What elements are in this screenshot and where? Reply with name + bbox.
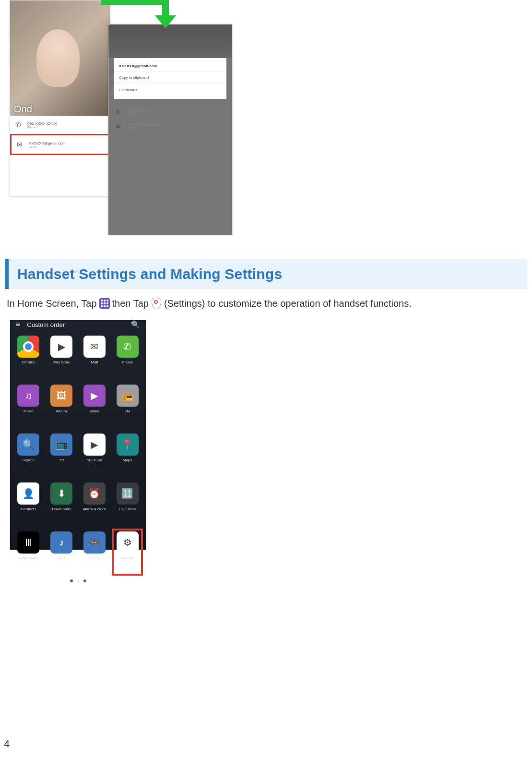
- app-label: Contacts: [21, 507, 36, 512]
- app-downloads: ⬇Downloads: [46, 480, 77, 527]
- page-dot: [70, 579, 73, 582]
- app-label: ゲーム: [89, 556, 100, 561]
- app-icon: ✆: [117, 336, 139, 358]
- page-dot: [83, 579, 86, 582]
- hamburger-icon: ≡: [16, 320, 20, 329]
- app-tv: 📺TV: [46, 431, 77, 478]
- app-icon: [17, 336, 39, 358]
- app-calculator: 🔢Calculator: [112, 480, 143, 527]
- phone-icon: ✆: [14, 120, 23, 129]
- page-number: 4: [4, 738, 10, 750]
- app-icon: 📍: [117, 434, 139, 456]
- app-icon: 👤: [17, 482, 39, 505]
- app-play-store: ▶Play Store: [46, 333, 77, 380]
- contact-name-overlay: Ond: [14, 104, 32, 115]
- contact-row-phone: ✆ 090-XXXX-XXXX Phone: [10, 116, 110, 134]
- app-icon: 🖼: [50, 385, 72, 407]
- app-icon: ▶: [50, 336, 72, 358]
- contact-row-secondary: Home: [29, 145, 66, 148]
- contact-row-primary: 090-XXXX-XXXX: [27, 121, 57, 126]
- phone-icon: ✆: [116, 109, 124, 115]
- app-icon: ⬇: [50, 482, 72, 505]
- app-label: Settings: [120, 556, 134, 561]
- page-indicator: [10, 579, 146, 582]
- contact-row-email: ✉ XXXXXX@gmail.com Home: [114, 119, 226, 133]
- context-menu-popup: XXXXXX@gmail.com Copy to clipboard Set d…: [114, 58, 226, 99]
- app-icon: ♪: [50, 531, 72, 554]
- app-icon: ▶: [83, 434, 106, 456]
- drawer-title: Custom order: [27, 321, 124, 328]
- app-video: ▶Video: [79, 382, 110, 429]
- app-icon: ▶: [83, 385, 106, 407]
- app-drawer-screenshot: ≡ Custom order 🔍 Chrome▶Play Store✉Mail✆…: [10, 320, 146, 550]
- contact-photo: [10, 0, 110, 116]
- section-heading-text: Handset Settings and Making Settings: [17, 266, 519, 282]
- app-music: ♫Music: [13, 382, 44, 429]
- app-settings: ⚙Settings: [112, 529, 143, 576]
- apps-drawer-icon: [99, 298, 110, 309]
- search-icon: 🔍: [131, 320, 140, 329]
- app-mail: ✉Mail: [79, 333, 110, 380]
- phone-screenshot-left: Ond ✆ 090-XXXX-XXXX Phone ✉ XXXXXX@gmail…: [10, 0, 110, 197]
- mail-icon: ✉: [15, 140, 24, 149]
- app-label: Search: [23, 458, 35, 463]
- app-alarm-clock: ⏰Alarm & clock: [79, 480, 110, 527]
- app-search: 🔍Search: [13, 431, 44, 478]
- app-label: Downloads: [52, 507, 71, 512]
- app-label: What's New: [18, 556, 38, 561]
- app-album: 🖼Album: [46, 382, 77, 429]
- popup-item-set-default: Set default: [114, 84, 226, 96]
- contact-row-phone: ✆ 090-XXXX-XXXX Phone: [114, 105, 226, 119]
- app-label: FM: [125, 410, 130, 414]
- app-label: YouTube: [87, 458, 102, 463]
- para-text-2: then Tap: [112, 298, 149, 309]
- app-youtube: ▶YouTube: [79, 431, 110, 478]
- para-text-1: In Home Screen, Tap: [7, 298, 97, 309]
- app-label: Play Store: [53, 361, 71, 365]
- settings-pin-icon: [151, 298, 162, 309]
- popup-item-copy: Copy to clipboard: [114, 71, 226, 84]
- contact-row-secondary: Phone: [27, 126, 57, 129]
- app-icon: ✉: [83, 336, 106, 358]
- app-label: Album: [56, 410, 67, 414]
- app-what-s-new: ⅢWhat's New: [13, 529, 44, 576]
- app-label: Chrome: [22, 361, 35, 365]
- app-label: Calculator: [119, 507, 136, 512]
- instruction-paragraph: In Home Screen, Tap then Tap (Settings) …: [7, 298, 525, 309]
- app-icon: 🎮: [83, 531, 106, 554]
- app-label: Alarm & clock: [83, 507, 106, 512]
- app-label: Maps: [123, 458, 132, 463]
- contact-row-email-highlighted: ✉ XXXXXX@gmail.com Home: [10, 134, 110, 155]
- contact-row-text: 090-XXXX-XXXX: [129, 108, 154, 112]
- contact-context-menu-figure: Ond ✆ 090-XXXX-XXXX Phone ✉ XXXXXX@gmail…: [10, 0, 240, 240]
- drawer-top-bar: ≡ Custom order 🔍: [10, 320, 146, 329]
- page-dot-active: [77, 579, 80, 582]
- app-icon: ⏰: [83, 482, 106, 505]
- popup-title: XXXXXX@gmail.com: [114, 61, 226, 71]
- app-icon: 🔍: [17, 434, 39, 456]
- app-icon: Ⅲ: [17, 531, 39, 554]
- app-fm: 📻FM: [112, 382, 143, 429]
- contact-row-primary: XXXXXX@gmail.com: [29, 141, 66, 145]
- app-icon: 🔢: [117, 482, 139, 505]
- app-app: ♪App: [46, 529, 77, 576]
- app-label: Video: [90, 410, 99, 414]
- app-label: Phone: [122, 361, 133, 365]
- phone-screenshot-right: XXXXXX@gmail.com Copy to clipboard Set d…: [108, 24, 233, 235]
- para-text-3: (Settings) to customize the operation of…: [164, 298, 412, 309]
- app-icon: 📺: [50, 434, 72, 456]
- app-label: TV: [59, 458, 64, 463]
- app-contacts: 👤Contacts: [13, 480, 44, 527]
- app-maps: 📍Maps: [112, 431, 143, 478]
- dimmed-contact-photo: [108, 24, 232, 58]
- app-label: Mail: [91, 361, 98, 365]
- app-label: App: [58, 556, 65, 561]
- contact-row-text: XXXXXX@gmail.com: [129, 123, 161, 126]
- section-heading: Handset Settings and Making Settings: [5, 259, 527, 289]
- app-icon: ⚙: [117, 531, 139, 554]
- app-chrome: Chrome: [13, 333, 44, 380]
- drawer-app-grid: Chrome▶Play Store✉Mail✆Phone♫Music🖼Album…: [10, 329, 146, 579]
- contact-row-sub: Phone: [129, 112, 154, 115]
- app-icon: ♫: [17, 385, 39, 407]
- contact-row-sub: Home: [129, 126, 161, 130]
